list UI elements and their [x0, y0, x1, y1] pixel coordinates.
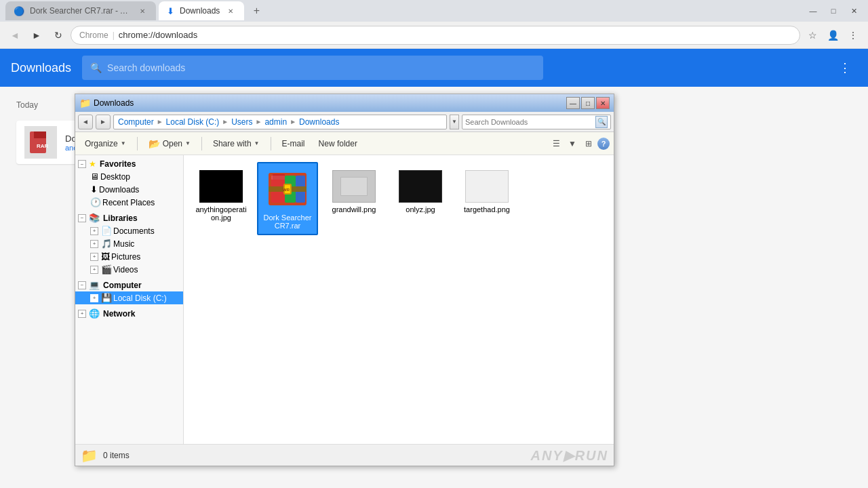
window-controls: — □ ✕	[804, 4, 863, 18]
downloads-more-button[interactable]: ⋮	[833, 56, 857, 80]
toolbar-separator-2	[201, 137, 202, 150]
local-disk-toggle[interactable]: +	[90, 294, 98, 302]
explorer-search-bar[interactable]: 🔍	[462, 115, 611, 129]
sidebar-item-pictures[interactable]: + 🖼 Pictures	[75, 250, 183, 263]
file-name-onlyz: onlyz.jpg	[406, 205, 435, 214]
address-text: chrome://downloads	[119, 30, 791, 40]
view-details-button[interactable]: ☰	[549, 136, 564, 151]
explorer-search-input[interactable]	[465, 118, 593, 126]
sidebar-item-documents[interactable]: + 📄 Documents	[75, 224, 183, 237]
maximize-button[interactable]: □	[825, 4, 842, 18]
search-downloads-wrap[interactable]: 🔍	[82, 56, 543, 80]
videos-toggle[interactable]: +	[90, 266, 98, 274]
sidebar-item-recent-places[interactable]: 🕐 Recent Places	[75, 196, 183, 209]
explorer-file-content: anythingoperation.jpg	[184, 155, 614, 444]
browser-window: 🔵 Dork Searcher CR7.rar - AnonFiles ✕ ⬇ …	[0, 0, 868, 488]
reload-button[interactable]: ↻	[49, 26, 68, 45]
tab-anonfiles[interactable]: 🔵 Dork Searcher CR7.rar - AnonFiles ✕	[5, 1, 156, 20]
explorer-win-controls: — □ ✕	[566, 97, 610, 109]
view-dropdown-button[interactable]: ▼	[565, 136, 580, 151]
libraries-toggle[interactable]: −	[78, 214, 86, 222]
network-toggle[interactable]: +	[78, 310, 86, 318]
explorer-minimize-button[interactable]: —	[566, 97, 580, 109]
documents-toggle[interactable]: +	[90, 227, 98, 235]
share-with-button[interactable]: Share with ▼	[208, 135, 265, 152]
view-controls: ☰ ▼ ⊞ ?	[549, 136, 610, 151]
file-thumbnail-targethad	[465, 170, 509, 203]
bookmark-icon[interactable]: ☆	[803, 26, 822, 45]
open-button[interactable]: 📂 Open ▼	[143, 135, 196, 152]
address-divider: |	[113, 30, 115, 40]
organize-arrow-icon: ▼	[121, 140, 126, 146]
explorer-forward-button[interactable]: ►	[96, 115, 111, 129]
rar-icon: WR	[266, 167, 309, 211]
new-folder-button[interactable]: New folder	[313, 135, 363, 152]
browser-toolbar-icons: ☆ 👤 ⋮	[803, 26, 863, 45]
email-button[interactable]: E-mail	[277, 135, 311, 152]
organize-button[interactable]: Organize ▼	[79, 135, 132, 152]
explorer-breadcrumb[interactable]: Computer ► Local Disk (C:) ► Users ► adm…	[113, 115, 447, 129]
sidebar-item-favorites[interactable]: − ★ Favorites	[75, 158, 183, 170]
title-bar: 🔵 Dork Searcher CR7.rar - AnonFiles ✕ ⬇ …	[0, 0, 868, 22]
breadcrumb-dropdown-button[interactable]: ▼	[450, 115, 459, 129]
status-item-count: 0 items	[103, 451, 130, 460]
breadcrumb-computer[interactable]: Computer	[118, 117, 154, 127]
tab-downloads-close[interactable]: ✕	[225, 5, 236, 16]
file-item-onlyz[interactable]: onlyz.jpg	[390, 162, 451, 235]
tab-downloads-icon: ⬇	[167, 6, 174, 16]
tab-anonfiles-label: Dork Searcher CR7.rar - AnonFiles	[30, 6, 132, 16]
menu-icon[interactable]: ⋮	[844, 26, 863, 45]
svg-rect-12	[271, 176, 285, 180]
file-item-dork-searcher[interactable]: WR Dork Searcher CR7.rar	[257, 162, 318, 235]
explorer-sidebar: − ★ Favorites 🖥 Desktop ⬇ Downloads 🕐	[75, 155, 184, 444]
new-tab-button[interactable]: +	[247, 1, 266, 20]
chrome-logo-icon: Chrome	[79, 30, 108, 40]
tab-anonfiles-close[interactable]: ✕	[137, 5, 148, 16]
svg-text:RAR: RAR	[37, 143, 49, 149]
close-button[interactable]: ✕	[845, 4, 863, 18]
search-downloads-input[interactable]	[107, 62, 535, 73]
sidebar-item-music[interactable]: + 🎵 Music	[75, 237, 183, 250]
explorer-search-submit-button[interactable]: 🔍	[595, 116, 608, 128]
pictures-toggle[interactable]: +	[90, 253, 98, 261]
computer-toggle[interactable]: −	[78, 281, 86, 289]
tab-anonfiles-icon: 🔵	[14, 6, 24, 16]
explorer-help-button[interactable]: ?	[597, 138, 610, 150]
file-name-grandwill: grandwill.png	[332, 205, 376, 214]
downloads-content: Today RAR Dork Searcher CR7.rar anonfile…	[0, 87, 868, 488]
sidebar-item-videos[interactable]: + 🎬 Videos	[75, 263, 183, 276]
explorer-close-button[interactable]: ✕	[596, 97, 610, 109]
file-item-grandwill[interactable]: grandwill.png	[323, 162, 384, 235]
file-thumbnail-grandwill	[332, 170, 376, 203]
music-toggle[interactable]: +	[90, 240, 98, 248]
view-tile-button[interactable]: ⊞	[581, 136, 596, 151]
sidebar-item-desktop[interactable]: 🖥 Desktop	[75, 170, 183, 183]
sidebar-item-network[interactable]: + 🌐 Network	[75, 307, 183, 320]
toolbar-separator-1	[137, 137, 138, 150]
search-icon: 🔍	[90, 62, 102, 73]
breadcrumb-users[interactable]: Users	[231, 117, 252, 127]
file-explorer-window: 📁 Downloads — □ ✕ ◄ ► Computer ► Local D…	[75, 94, 614, 466]
profile-icon[interactable]: 👤	[823, 26, 842, 45]
explorer-main: − ★ Favorites 🖥 Desktop ⬇ Downloads 🕐	[75, 155, 614, 444]
file-item-anythingoperation[interactable]: anythingoperation.jpg	[191, 162, 252, 235]
file-item-targethad[interactable]: targethad.png	[456, 162, 517, 235]
explorer-address-bar: ◄ ► Computer ► Local Disk (C:) ► Users ►…	[75, 112, 614, 132]
address-input-wrap[interactable]: Chrome | chrome://downloads	[71, 26, 800, 45]
favorites-toggle[interactable]: −	[78, 160, 86, 168]
sidebar-item-local-disk[interactable]: + 💾 Local Disk (C:)	[75, 291, 183, 304]
explorer-back-button[interactable]: ◄	[78, 115, 93, 129]
svg-text:WR: WR	[283, 188, 290, 192]
sidebar-item-libraries[interactable]: − 📚 Libraries	[75, 211, 183, 224]
breadcrumb-downloads[interactable]: Downloads	[299, 117, 339, 127]
sidebar-item-computer[interactable]: − 💻 Computer	[75, 279, 183, 291]
tab-downloads[interactable]: ⬇ Downloads ✕	[159, 1, 244, 20]
sidebar-item-downloads[interactable]: ⬇ Downloads	[75, 183, 183, 196]
explorer-maximize-button[interactable]: □	[581, 97, 595, 109]
minimize-button[interactable]: —	[804, 4, 822, 18]
file-thumbnail-onlyz	[399, 170, 442, 203]
breadcrumb-admin[interactable]: admin	[264, 117, 287, 127]
breadcrumb-localdisk[interactable]: Local Disk (C:)	[166, 117, 220, 127]
forward-button[interactable]: ►	[27, 26, 46, 45]
back-button[interactable]: ◄	[5, 26, 24, 45]
